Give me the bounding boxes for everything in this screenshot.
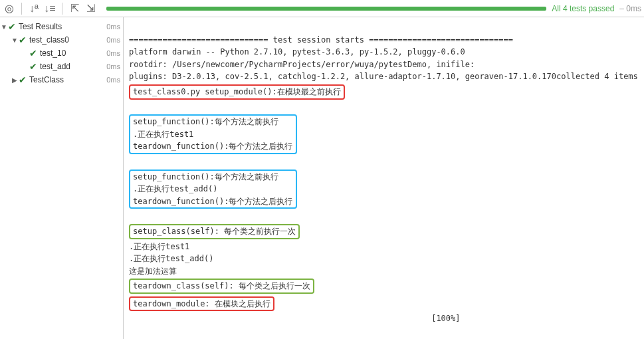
highlight-box: setup_function():每个方法之前执行 .正在执行test_add(… <box>129 170 297 209</box>
sort-up-icon[interactable]: ↓≡ <box>43 2 56 15</box>
highlight-box: teardown_module: 在模块之后执行 <box>129 296 274 312</box>
tree-label: Test Results <box>19 22 106 31</box>
test-tree: ▼✔Test Results0ms ▼✔test_class00ms ✔test… <box>0 17 124 339</box>
check-icon: ✔ <box>29 61 37 72</box>
highlight-box: setup_function():每个方法之前执行 .正在执行test1 tea… <box>129 114 297 154</box>
expand-all-icon[interactable]: ⇱ <box>68 2 81 15</box>
highlight-box: setup_class(self): 每个类之前执行一次 <box>129 224 300 239</box>
tree-time: 0ms <box>106 49 120 57</box>
chevron-down-icon[interactable]: ▼ <box>0 23 8 31</box>
tree-item[interactable]: ▼✔test_class00ms <box>0 33 123 47</box>
tree-label: test_class0 <box>29 35 106 45</box>
text-line: platform darwin -- Python 2.7.10, pytest… <box>129 47 465 56</box>
text-line: rootdir: /Users/newcomer/PycharmProjects… <box>129 60 475 69</box>
check-icon: ✔ <box>19 74 27 85</box>
tree-item[interactable]: ✔test_100ms <box>0 47 123 60</box>
tree-label: test_10 <box>40 49 106 58</box>
highlight-box: teardown_class(self): 每个类之后执行一次 <box>129 279 314 294</box>
tree-item[interactable]: ✔test_add0ms <box>0 60 123 73</box>
text-line: plugins: D3-2.0.13, cov-2.5.1, catchlog-… <box>129 72 638 81</box>
highlight-box: test_class0.py setup_module():在模块最之前执行 <box>129 84 345 100</box>
tree-label: test_add <box>40 62 106 71</box>
text-line: .正在执行test1 <box>129 242 189 251</box>
tree-item-root[interactable]: ▼✔Test Results0ms <box>0 20 123 33</box>
separator <box>21 3 22 15</box>
history-icon[interactable]: ◎ <box>3 2 16 15</box>
main-area: ▼✔Test Results0ms ▼✔test_class00ms ✔test… <box>0 17 644 339</box>
text-line: 这是加法运算 <box>129 267 177 276</box>
tree-time: 0ms <box>106 36 120 44</box>
check-icon: ✔ <box>19 35 27 45</box>
progress-area: All 4 tests passed – 0ms <box>106 4 641 13</box>
check-icon: ✔ <box>8 21 16 32</box>
status-time: – 0ms <box>619 4 641 13</box>
tree-time: 0ms <box>106 23 120 31</box>
sort-down-icon[interactable]: ↓ª <box>27 2 41 15</box>
check-icon: ✔ <box>29 48 37 58</box>
chevron-down-icon[interactable]: ▼ <box>11 37 19 44</box>
tree-item[interactable]: ▶✔TestClass0ms <box>0 73 123 86</box>
text-line: .正在执行test_add() <box>129 254 213 263</box>
text-line: ============================= test sessi… <box>129 35 513 45</box>
text-line: [100%] <box>129 314 461 323</box>
separator <box>62 3 62 15</box>
progress-bar <box>106 7 546 11</box>
console-output[interactable]: ============================= test sessi… <box>124 17 644 339</box>
tree-label: TestClass <box>29 75 106 84</box>
collapse-all-icon[interactable]: ⇲ <box>84 2 97 15</box>
status-passed: All 4 tests passed <box>552 4 614 13</box>
chevron-right-icon[interactable]: ▶ <box>11 76 19 84</box>
test-runner-toolbar: ◎ ↓ª ↓≡ ⇱ ⇲ All 4 tests passed – 0ms <box>0 0 644 17</box>
tree-time: 0ms <box>106 76 120 84</box>
tree-time: 0ms <box>106 62 120 70</box>
